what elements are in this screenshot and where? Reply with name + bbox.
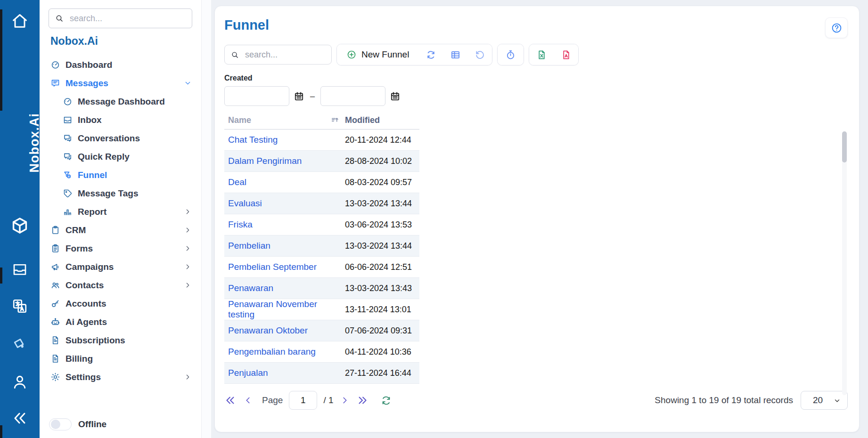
modified-value: 13-03-2024 13:44 [345,199,412,209]
modified-value: 20-11-2024 12:44 [345,135,411,145]
inbox-icon [63,115,73,125]
modified-value: 28-08-2024 10:02 [345,156,412,166]
card-header: Funnel [224,17,848,41]
sidebar-item-accounts[interactable]: Accounts [50,294,192,313]
sidebar-item-contacts[interactable]: Contacts [50,276,192,294]
sidebar-item-inbox[interactable]: Inbox [50,111,192,129]
offline-toggle[interactable] [49,418,72,430]
chevron-right-icon [184,208,192,216]
funnel-name-link[interactable]: Pembelian September [224,262,345,272]
caret-down-icon [833,396,842,405]
funnel-name-link[interactable]: Penawaran November testing [224,299,345,320]
rotate-ccw-icon [475,49,485,60]
table-row: Penjualan27-11-2024 16:44 [224,363,419,384]
modified-value: 07-06-2024 09:31 [345,326,412,336]
first-page-icon[interactable] [224,394,237,406]
table-row: Chat Testing20-11-2024 12:44 [224,130,419,151]
table-icon [450,49,461,60]
bars-icon [63,207,73,217]
table-row: Penawaran November testing13-11-2024 13:… [224,299,419,320]
last-page-icon[interactable] [356,394,368,406]
sidebar-item-quick-reply[interactable]: Quick Reply [50,147,192,166]
sidebar-item-messages[interactable]: Messages [50,74,192,92]
reset-button[interactable] [467,44,492,65]
table-row: Deal08-03-2024 09:57 [224,172,419,193]
sidebar-item-dashboard[interactable]: Dashboard [50,56,192,74]
plus-circle-icon [346,49,357,60]
created-to-input[interactable] [320,86,385,106]
sidebar-item-conversations[interactable]: Conversations [50,129,192,147]
page-size-select[interactable]: 20 [801,391,848,410]
collapse-sidebar-icon[interactable] [10,409,29,428]
funnel-name-link[interactable]: Pembelian [224,241,345,251]
page-title: Funnel [224,17,269,33]
history-button[interactable] [498,44,524,65]
table-scrollbar[interactable] [842,131,847,395]
funnel-search-input[interactable] [244,49,326,60]
calendar-to-icon[interactable] [390,91,401,102]
translate-icon[interactable] [11,298,28,315]
sidebar-item-label: Dashboard [66,60,112,70]
table-footer: Page / 1 Showing 1 to 19 of 19 total rec… [224,390,848,410]
refresh-list-button[interactable] [418,44,443,65]
scrollbar-thumb[interactable] [842,131,847,162]
sidebar-item-report[interactable]: Report [50,203,192,221]
funnel-name-link[interactable]: Friska [224,219,345,230]
sidebar-item-settings[interactable]: Settings [50,368,192,386]
next-page-icon[interactable] [340,395,350,406]
table-row: Penawaran Oktober07-06-2024 09:31 [224,320,419,341]
funnel-name-link[interactable]: Chat Testing [224,135,345,145]
funnel-card: Funnel New Funnel [214,6,860,432]
sidebar-item-label: Billing [66,354,93,364]
page-number-input[interactable] [289,391,317,410]
profile-icon[interactable] [11,373,29,391]
created-filter-row: – [224,86,848,106]
sidebar-item-label: Accounts [66,299,106,309]
funnel-search[interactable] [224,45,332,65]
sidebar-item-campaigns[interactable]: Campaigns [50,258,192,276]
export-pdf-button[interactable] [554,44,578,65]
stopwatch-icon [505,49,516,60]
rail-inbox-icon[interactable] [11,261,28,278]
export-excel-button[interactable] [529,44,554,65]
screen-edge-artifact [0,425,2,438]
home-icon[interactable] [10,11,29,30]
paint-theme-icon[interactable] [11,334,29,352]
sidebar-item-crm[interactable]: CRM [50,221,192,239]
sidebar-item-funnel[interactable]: $Funnel [50,166,192,184]
sidebar-item-label: Inbox [78,115,102,125]
created-from-input[interactable] [224,86,289,106]
column-header-modified[interactable]: Modified [345,115,380,125]
sidebar-item-billing[interactable]: Billing [50,349,192,368]
export-group [529,44,579,65]
gauge-icon [50,60,60,70]
funnel-name-link[interactable]: Pengembalian barang [224,347,345,357]
columns-button[interactable] [443,44,467,65]
sort-icon[interactable] [330,116,340,125]
funnel-name-link[interactable]: Penawaran Oktober [224,325,345,336]
modified-value: 03-06-2024 13:53 [345,220,412,230]
sidebar-item-ai-agents[interactable]: Ai Agents [50,313,192,331]
sidebar-item-label: Campaigns [66,262,114,272]
funnel-name-link[interactable]: Evaluasi [224,198,345,209]
sidebar-search-input[interactable] [69,13,186,24]
column-header-name[interactable]: Name [224,115,330,125]
nobox-logo-icon[interactable] [9,215,31,236]
sidebar-item-message-tags[interactable]: Message Tags [50,184,192,203]
file-excel-icon [536,49,547,60]
sidebar-search[interactable] [49,8,192,28]
gear-icon [50,372,60,382]
funnel-dollar-icon: $ [63,170,73,180]
new-funnel-button[interactable]: New Funnel [337,44,418,65]
help-button[interactable] [825,17,848,38]
calendar-from-icon[interactable] [294,91,304,102]
funnel-name-link[interactable]: Penjualan [224,368,345,378]
sidebar-item-forms[interactable]: Forms [50,239,192,258]
sidebar-item-subscriptions[interactable]: Subscriptions [50,331,192,349]
sidebar-item-message-dashboard[interactable]: Message Dashboard [50,92,192,111]
funnel-name-link[interactable]: Dalam Pengiriman [224,156,345,166]
prev-page-icon[interactable] [243,395,253,406]
funnel-name-link[interactable]: Penawaran [224,283,345,293]
funnel-name-link[interactable]: Deal [224,177,345,187]
pagination-refresh-icon[interactable] [380,395,392,406]
